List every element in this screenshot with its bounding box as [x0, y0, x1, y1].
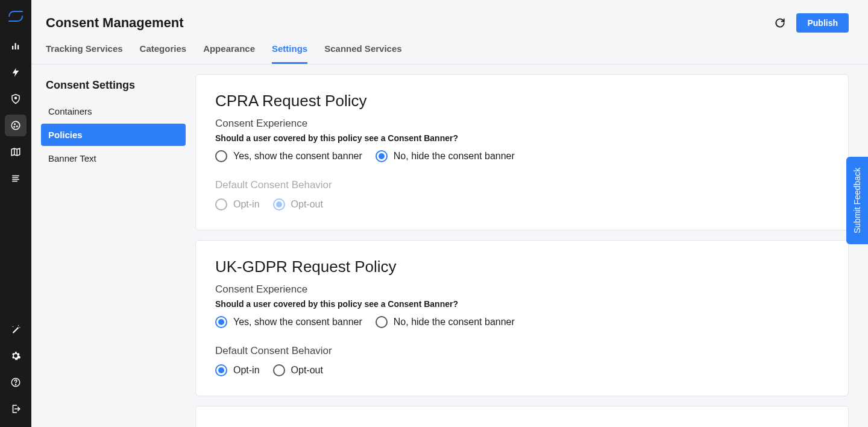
nav-list-icon[interactable]	[5, 168, 27, 189]
policy-title: CPRA Request Policy	[215, 92, 829, 110]
radio-label: No, hide the consent banner	[394, 317, 515, 327]
sidebar-item-containers[interactable]: Containers	[41, 100, 186, 122]
svg-point-6	[17, 126, 18, 127]
sidebar-heading: Consent Settings	[46, 79, 186, 92]
banner-radio-group: Yes, show the consent bannerNo, hide the…	[215, 316, 829, 328]
nav-map-icon[interactable]	[5, 141, 27, 163]
nav-wand-icon[interactable]	[5, 318, 27, 340]
behavior-optout-radio: Opt-out	[273, 198, 323, 210]
radio-label: Opt-in	[233, 365, 260, 376]
banner-question: Should a user covered by this policy see…	[215, 299, 829, 309]
policy-card: UK-GDPR Request PolicyConsent Experience…	[195, 240, 849, 396]
radio-label: Yes, show the consent banner	[233, 317, 362, 327]
policy-card-placeholder	[195, 406, 849, 427]
radio-label: No, hide the consent banner	[394, 151, 515, 162]
radio-circle-icon	[376, 316, 388, 328]
banner-yes-radio[interactable]: Yes, show the consent banner	[215, 316, 362, 328]
tab-tracking-services[interactable]: Tracking Services	[46, 43, 123, 64]
svg-rect-0	[12, 46, 13, 49]
page-header: Consent Management Publish Tracking Serv…	[31, 0, 868, 65]
banner-question: Should a user covered by this policy see…	[215, 133, 829, 143]
policy-title: UK-GDPR Request Policy	[215, 258, 829, 276]
tab-settings[interactable]: Settings	[272, 43, 307, 64]
submit-feedback-tab[interactable]: Submit Feedback	[846, 157, 868, 244]
radio-label: Opt-in	[233, 199, 260, 210]
radio-label: Opt-out	[291, 199, 323, 210]
nav-shield-icon[interactable]	[5, 88, 27, 110]
content-area: CPRA Request PolicyConsent ExperienceSho…	[195, 65, 868, 427]
banner-no-radio[interactable]: No, hide the consent banner	[376, 316, 515, 328]
svg-point-16	[15, 384, 16, 385]
consent-experience-label: Consent Experience	[215, 283, 829, 296]
nav-rail	[0, 0, 31, 427]
tab-categories[interactable]: Categories	[140, 43, 187, 64]
banner-radio-group: Yes, show the consent bannerNo, hide the…	[215, 150, 829, 162]
banner-no-radio[interactable]: No, hide the consent banner	[376, 150, 515, 162]
radio-circle-icon	[215, 150, 227, 162]
nav-analytics-icon[interactable]	[5, 35, 27, 57]
svg-rect-2	[17, 45, 19, 50]
radio-circle-icon	[273, 364, 285, 376]
behavior-optin-radio: Opt-in	[215, 198, 260, 210]
svg-rect-1	[15, 43, 16, 50]
svg-point-7	[14, 127, 15, 128]
radio-circle-icon	[215, 198, 227, 210]
default-behavior-label: Default Consent Behavior	[215, 179, 829, 191]
banner-yes-radio[interactable]: Yes, show the consent banner	[215, 150, 362, 162]
sidebar-item-policies[interactable]: Policies	[41, 124, 186, 146]
svg-point-3	[15, 97, 17, 99]
behavior-optout-radio[interactable]: Opt-out	[273, 364, 323, 376]
radio-circle-icon	[376, 150, 388, 162]
radio-circle-icon	[215, 316, 227, 328]
radio-circle-icon	[215, 364, 227, 376]
page-title: Consent Management	[46, 15, 184, 31]
nav-settings-icon[interactable]	[5, 345, 27, 367]
tab-scanned-services[interactable]: Scanned Services	[324, 43, 401, 64]
header-tabs: Tracking ServicesCategoriesAppearanceSet…	[46, 43, 849, 64]
consent-experience-label: Consent Experience	[215, 118, 829, 130]
svg-point-5	[14, 124, 16, 125]
behavior-optin-radio[interactable]: Opt-in	[215, 364, 260, 376]
radio-label: Opt-out	[291, 365, 323, 376]
nav-help-icon[interactable]	[5, 372, 27, 393]
default-behavior-label: Default Consent Behavior	[215, 345, 829, 357]
svg-point-13	[19, 327, 20, 328]
policy-card: CPRA Request PolicyConsent ExperienceSho…	[195, 74, 849, 230]
brand-logo	[8, 11, 23, 24]
svg-point-14	[13, 326, 14, 327]
tab-appearance[interactable]: Appearance	[203, 43, 255, 64]
settings-sidebar: Consent Settings ContainersPoliciesBanne…	[31, 65, 195, 427]
nav-bolt-icon[interactable]	[5, 62, 27, 83]
behavior-radio-group: Opt-inOpt-out	[215, 364, 829, 376]
refresh-button[interactable]	[773, 16, 787, 30]
nav-logout-icon[interactable]	[5, 398, 27, 420]
behavior-radio-group: Opt-inOpt-out	[215, 198, 829, 210]
publish-button[interactable]: Publish	[796, 13, 849, 33]
sidebar-item-banner-text[interactable]: Banner Text	[41, 147, 186, 169]
nav-consent-icon[interactable]	[5, 115, 27, 136]
radio-label: Yes, show the consent banner	[233, 151, 362, 162]
radio-circle-icon	[273, 198, 285, 210]
svg-point-12	[18, 325, 19, 326]
